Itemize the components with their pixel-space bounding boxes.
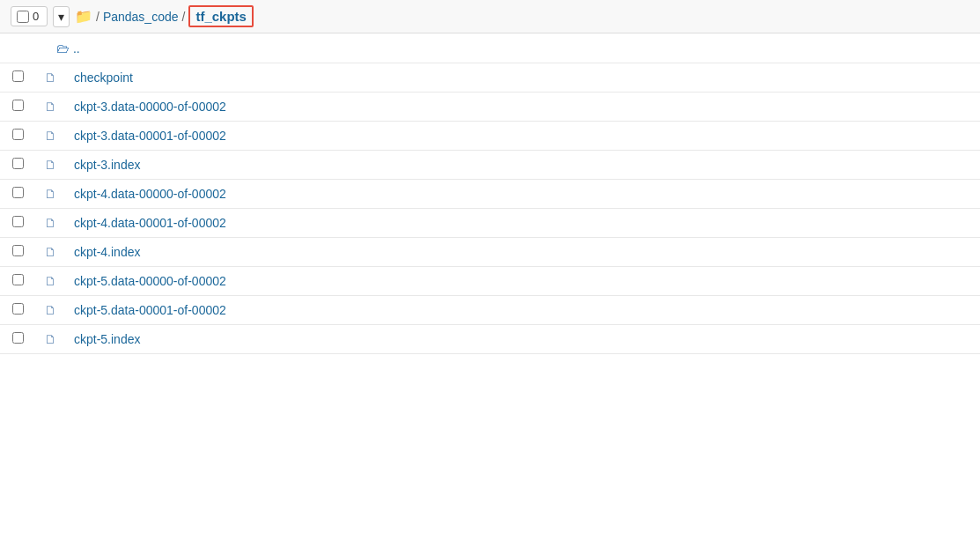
file-checkbox[interactable] [12,100,24,111]
file-icon: 🗋 [44,100,56,114]
file-checkbox[interactable] [12,129,24,140]
file-checkbox[interactable] [12,158,24,169]
file-name-link[interactable]: checkpoint [74,70,133,85]
list-item: 🗋ckpt-5.data-00000-of-00002 [0,267,980,296]
breadcrumb-root-link[interactable]: Pandas_code [103,10,179,24]
file-icon: 🗋 [44,216,56,230]
file-name-link[interactable]: ckpt-3.data-00000-of-00002 [74,100,226,114]
list-item: 🗋ckpt-5.index [0,325,980,354]
file-icon: 🗋 [44,332,56,346]
file-checkbox[interactable] [12,274,24,285]
list-item: 🗋checkpoint [0,63,980,93]
breadcrumb-separator-1: / [96,10,99,24]
file-icon: 🗋 [44,158,56,172]
chevron-down-icon: ▾ [58,10,64,24]
parent-dir-link[interactable]: .. [73,41,80,56]
breadcrumb: 📁 / Pandas_code / tf_ckpts [75,5,254,27]
file-list: 🗁 .. 🗋checkpoint🗋ckpt-3.data-00000-of-00… [0,33,980,354]
parent-folder-icon: 🗁 [9,41,70,56]
file-name-link[interactable]: ckpt-4.index [74,245,140,259]
list-item: 🗋ckpt-4.index [0,238,980,267]
file-name-link[interactable]: ckpt-3.index [74,158,140,172]
file-checkbox[interactable] [12,245,24,256]
list-item: 🗋ckpt-5.data-00001-of-00002 [0,296,980,325]
breadcrumb-current: tf_ckpts [188,5,254,27]
checkbox-count-area: 0 [11,6,48,26]
file-checkbox[interactable] [12,187,24,198]
file-icon: 🗋 [44,129,56,143]
file-name-link[interactable]: ckpt-5.data-00001-of-00002 [74,303,226,317]
file-checkbox[interactable] [12,332,24,344]
parent-dir-row: 🗁 .. [0,33,980,63]
dropdown-button[interactable]: ▾ [53,6,70,27]
file-name-link[interactable]: ckpt-4.data-00000-of-00002 [74,187,226,201]
list-item: 🗋ckpt-4.data-00001-of-00002 [0,209,980,238]
file-name-link[interactable]: ckpt-5.data-00000-of-00002 [74,274,226,288]
file-icon: 🗋 [44,274,56,288]
select-all-checkbox[interactable] [17,11,29,23]
file-checkbox[interactable] [12,216,24,227]
file-checkbox[interactable] [12,303,24,315]
file-icon: 🗋 [44,187,56,201]
header-bar: 0 ▾ 📁 / Pandas_code / tf_ckpts [0,0,980,33]
file-icon: 🗋 [44,245,56,259]
file-name-link[interactable]: ckpt-3.data-00001-of-00002 [74,129,226,143]
folder-icon: 📁 [75,8,92,25]
file-icon: 🗋 [44,303,56,317]
list-item: 🗋ckpt-3.data-00000-of-00002 [0,93,980,122]
file-checkbox[interactable] [12,70,24,82]
list-item: 🗋ckpt-3.data-00001-of-00002 [0,122,980,151]
selected-count: 0 [33,10,41,23]
file-icon: 🗋 [44,70,56,85]
list-item: 🗋ckpt-3.index [0,151,980,180]
file-name-link[interactable]: ckpt-5.index [74,332,140,346]
breadcrumb-separator-2: / [182,10,186,24]
file-name-link[interactable]: ckpt-4.data-00001-of-00002 [74,216,226,230]
list-item: 🗋ckpt-4.data-00000-of-00002 [0,180,980,209]
